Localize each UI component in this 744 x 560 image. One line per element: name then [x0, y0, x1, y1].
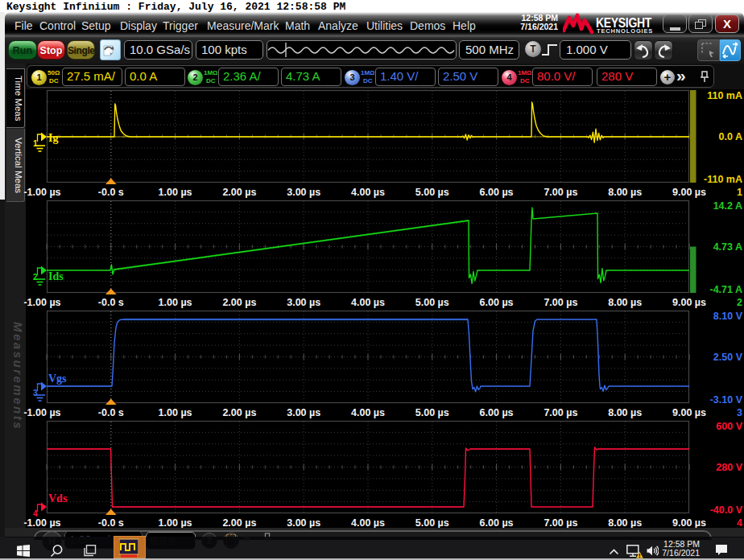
svg-text:-40.0 V: -40.0 V [710, 504, 743, 516]
svg-text:6.00 µs: 6.00 µs [480, 407, 514, 418]
svg-text:0.0 A: 0.0 A [719, 131, 742, 142]
svg-text:-0.0 s: -0.0 s [98, 407, 124, 418]
svg-text:1.00 µs: 1.00 µs [159, 297, 192, 308]
svg-text:-0.0 s: -0.0 s [98, 187, 124, 198]
svg-text:2.00 µs: 2.00 µs [222, 187, 256, 198]
svg-text:3.00 µs: 3.00 µs [287, 187, 320, 198]
svg-text:7.00 µs: 7.00 µs [544, 297, 577, 308]
svg-text:1.00 µs: 1.00 µs [159, 517, 192, 529]
svg-text:-1.00 µs: -1.00 µs [23, 297, 60, 308]
svg-text:4.73 A: 4.73 A [713, 241, 742, 253]
svg-text:8.00 µs: 8.00 µs [608, 297, 642, 308]
svg-text:2: 2 [737, 297, 742, 308]
svg-text:9.00 µs: 9.00 µs [672, 407, 706, 418]
svg-text:4.00 µs: 4.00 µs [351, 187, 385, 198]
svg-text:3.00 µs: 3.00 µs [287, 407, 320, 418]
svg-text:Ids: Ids [48, 270, 64, 282]
svg-text:8.10 V: 8.10 V [713, 311, 743, 322]
svg-text:9.00 µs: 9.00 µs [672, 187, 706, 198]
svg-text:7.00 µs: 7.00 µs [544, 517, 577, 529]
svg-text:3: 3 [737, 407, 742, 418]
svg-text:2.00 µs: 2.00 µs [222, 517, 256, 529]
svg-text:6.00 µs: 6.00 µs [480, 517, 514, 529]
svg-text:9.00 µs: 9.00 µs [672, 297, 706, 308]
svg-text:4.00 µs: 4.00 µs [351, 517, 385, 529]
svg-text:-0.0 s: -0.0 s [98, 517, 124, 529]
svg-text:7.00 µs: 7.00 µs [544, 187, 577, 198]
svg-text:2.00 µs: 2.00 µs [222, 297, 256, 308]
svg-text:6.00 µs: 6.00 µs [480, 187, 514, 198]
svg-text:4.00 µs: 4.00 µs [351, 297, 385, 308]
svg-text:Ig: Ig [48, 132, 58, 144]
svg-text:14.2 A: 14.2 A [713, 200, 742, 212]
svg-text:1.00 µs: 1.00 µs [159, 187, 192, 198]
svg-text:5.00 µs: 5.00 µs [415, 407, 449, 418]
svg-text:3.00 µs: 3.00 µs [287, 297, 320, 308]
svg-text:-3.10 V: -3.10 V [710, 394, 743, 406]
svg-text:5.00 µs: 5.00 µs [415, 187, 449, 198]
svg-text:5.00 µs: 5.00 µs [415, 517, 449, 529]
svg-text:9.00 µs: 9.00 µs [672, 517, 706, 529]
svg-text:-1.00 µs: -1.00 µs [23, 407, 60, 418]
svg-text:4: 4 [737, 517, 742, 529]
svg-text:8.00 µs: 8.00 µs [608, 407, 642, 418]
svg-text:Vgs: Vgs [48, 373, 67, 385]
svg-text:6.00 µs: 6.00 µs [480, 297, 514, 308]
svg-text:-1.00 µs: -1.00 µs [23, 517, 60, 529]
svg-text:-0.0 s: -0.0 s [98, 297, 124, 308]
svg-text:8.00 µs: 8.00 µs [608, 517, 642, 529]
svg-text:7.00 µs: 7.00 µs [544, 407, 577, 418]
svg-text:3.00 µs: 3.00 µs [287, 517, 320, 529]
svg-text:110 mA: 110 mA [707, 90, 742, 101]
svg-text:600 V: 600 V [716, 421, 742, 432]
svg-text:4.00 µs: 4.00 µs [351, 407, 385, 418]
svg-text:-4.71 A: -4.71 A [709, 284, 742, 295]
svg-text:8.00 µs: 8.00 µs [608, 187, 642, 198]
svg-text:280 V: 280 V [716, 462, 742, 473]
svg-text:Vds: Vds [48, 492, 68, 504]
svg-text:-110 mA: -110 mA [704, 174, 742, 185]
svg-text:2.50 V: 2.50 V [713, 352, 743, 363]
svg-text:5.00 µs: 5.00 µs [415, 297, 449, 308]
svg-text:-1.00 µs: -1.00 µs [23, 187, 60, 198]
svg-text:1.00 µs: 1.00 µs [159, 407, 192, 418]
svg-text:2.00 µs: 2.00 µs [222, 407, 256, 418]
svg-text:1: 1 [737, 187, 742, 198]
